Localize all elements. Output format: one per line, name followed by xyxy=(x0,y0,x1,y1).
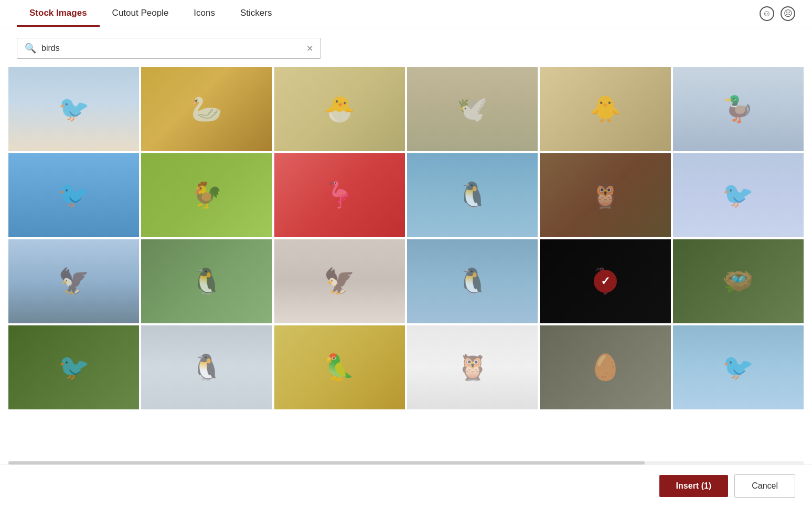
search-icon: 🔍 xyxy=(25,43,36,54)
image-cell[interactable]: 🦩✓ xyxy=(540,239,670,323)
image-cell[interactable]: 🦆 xyxy=(673,67,804,151)
image-cell[interactable]: 🐧 xyxy=(407,239,538,323)
happy-feedback-icon[interactable]: ☺ xyxy=(760,6,774,21)
image-grid-area: 🐦🦢🐣🕊️🐥🦆🐦🐓🦩🐧🦉🐦🦅🐧🦅🐧🦩✓🪺🐦🐧🦜🦉🥚🐦 xyxy=(0,67,812,461)
image-cell[interactable]: 🦉 xyxy=(407,325,538,409)
image-cell[interactable]: 🐧 xyxy=(407,153,538,237)
feedback-icons: ☺ ☹ xyxy=(760,6,795,21)
bird-image-icon: 🐥 xyxy=(540,67,670,151)
bird-image-icon: 🕊️ xyxy=(407,67,538,151)
bird-image-icon: 🦆 xyxy=(673,67,804,151)
image-cell[interactable]: 🕊️ xyxy=(407,67,538,151)
bird-image-icon: 🐧 xyxy=(141,239,272,323)
bird-image-icon: 🐓 xyxy=(141,153,272,237)
bird-image-icon: 🦩 xyxy=(274,153,405,237)
tab-bar: Stock ImagesCutout PeopleIconsStickers xyxy=(17,0,284,27)
image-grid: 🐦🦢🐣🕊️🐥🦆🐦🐓🦩🐧🦉🐦🦅🐧🦅🐧🦩✓🪺🐦🐧🦜🦉🥚🐦 xyxy=(8,67,804,409)
bird-image-icon: 🥚 xyxy=(540,325,670,409)
tab-stock-images[interactable]: Stock Images xyxy=(17,0,100,27)
bird-image-icon: 🐦 xyxy=(673,153,804,237)
sad-feedback-icon[interactable]: ☹ xyxy=(781,6,795,21)
search-box: 🔍 ✕ xyxy=(17,38,321,59)
bird-image-icon: 🦅 xyxy=(8,239,139,323)
bird-image-icon: 🐦 xyxy=(673,325,804,409)
image-cell[interactable]: 🐦 xyxy=(673,325,804,409)
bird-image-icon: 🐧 xyxy=(407,153,538,237)
bird-image-icon: 🦢 xyxy=(141,67,272,151)
image-cell[interactable]: 🐧 xyxy=(141,325,272,409)
image-cell[interactable]: 🦅 xyxy=(8,239,139,323)
search-input[interactable] xyxy=(41,44,302,53)
image-cell[interactable]: 🦩 xyxy=(274,153,405,237)
clear-search-icon[interactable]: ✕ xyxy=(306,44,313,54)
image-cell[interactable]: 🥚 xyxy=(540,325,670,409)
image-cell[interactable]: 🐦 xyxy=(8,153,139,237)
bird-image-icon: 🐦 xyxy=(8,67,139,151)
bird-image-icon: 🪺 xyxy=(673,239,804,323)
image-cell[interactable]: 🐣 xyxy=(274,67,405,151)
dialog-footer: Insert (1) Cancel xyxy=(0,464,812,507)
selected-checkmark: ✓ xyxy=(594,270,617,293)
image-cell[interactable]: 🦢 xyxy=(141,67,272,151)
image-cell[interactable]: 🦜 xyxy=(274,325,405,409)
cancel-button[interactable]: Cancel xyxy=(734,474,795,498)
tab-stickers[interactable]: Stickers xyxy=(228,0,284,27)
image-cell[interactable]: 🐓 xyxy=(141,153,272,237)
tab-cutout-people[interactable]: Cutout People xyxy=(100,0,181,27)
bird-image-icon: 🐦 xyxy=(8,153,139,237)
dialog-header: Stock ImagesCutout PeopleIconsStickers ☺… xyxy=(0,0,812,27)
stock-images-dialog: Stock ImagesCutout PeopleIconsStickers ☺… xyxy=(0,0,812,507)
bird-image-icon: 🦉 xyxy=(540,153,670,237)
image-cell[interactable]: 🐧 xyxy=(141,239,272,323)
insert-button[interactable]: Insert (1) xyxy=(659,475,729,497)
image-cell[interactable]: 🐦 xyxy=(8,325,139,409)
image-cell[interactable]: 🦅 xyxy=(274,239,405,323)
search-area: 🔍 ✕ xyxy=(0,27,812,67)
bird-image-icon: 🐦 xyxy=(8,325,139,409)
bird-image-icon: 🐣 xyxy=(274,67,405,151)
image-cell[interactable]: 🪺 xyxy=(673,239,804,323)
image-cell[interactable]: 🦉 xyxy=(540,153,670,237)
bird-image-icon: 🦅 xyxy=(274,239,405,323)
bird-image-icon: 🦜 xyxy=(274,325,405,409)
image-cell[interactable]: 🐦 xyxy=(673,153,804,237)
image-cell[interactable]: 🐥 xyxy=(540,67,670,151)
bird-image-icon: 🐧 xyxy=(407,239,538,323)
bird-image-icon: 🦉 xyxy=(407,325,538,409)
tab-icons[interactable]: Icons xyxy=(181,0,228,27)
image-cell[interactable]: 🐦 xyxy=(8,67,139,151)
bird-image-icon: 🐧 xyxy=(141,325,272,409)
